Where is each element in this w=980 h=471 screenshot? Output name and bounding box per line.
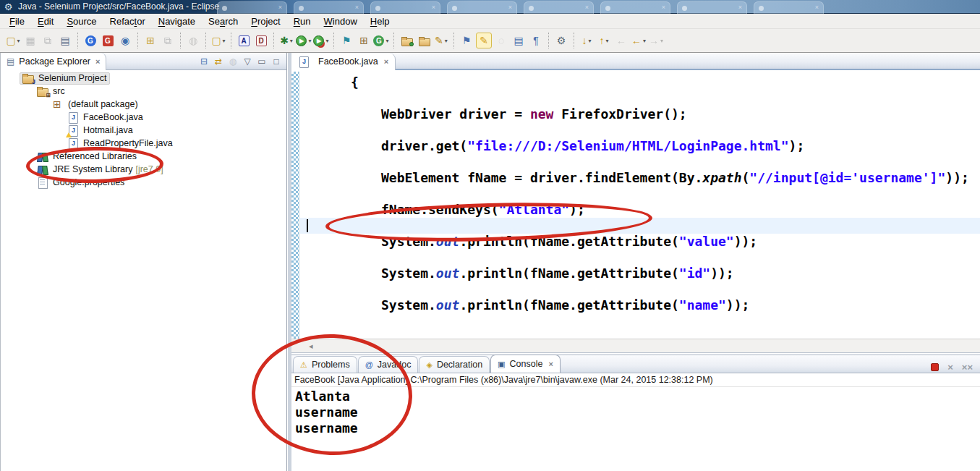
tree-item-google-properties[interactable]: Google.properties: [1, 176, 286, 189]
new-wizard-icon[interactable]: ▢▾: [5, 33, 21, 48]
annotation-a-button[interactable]: A: [239, 35, 250, 46]
open-resource-icon[interactable]: [416, 33, 432, 48]
chevron-down-icon[interactable]: ▾: [325, 38, 328, 44]
menu-item-help[interactable]: Help: [364, 14, 396, 28]
code-line[interactable]: System.out.println(fName.getAttribute("n…: [300, 297, 980, 313]
chevron-down-icon[interactable]: ▾: [660, 38, 663, 44]
code-line[interactable]: driver.get("file:///D:/Selenium/HTML/Log…: [300, 138, 980, 154]
chevron-down-icon[interactable]: ▾: [445, 38, 448, 44]
tab-console[interactable]: ▣Console×: [490, 355, 561, 373]
chevron-down-icon[interactable]: ▾: [290, 38, 293, 44]
tree-item-readpropertyfile-java[interactable]: ReadPropertyFile.java: [1, 137, 286, 150]
code-area[interactable]: {WebDriver driver = new FirefoxDriver();…: [300, 72, 980, 313]
google-red-plugin-button[interactable]: G: [103, 35, 114, 46]
menu-item-navigate[interactable]: Navigate: [152, 14, 202, 28]
menu-item-project[interactable]: Project: [244, 14, 286, 28]
code-line[interactable]: WebDriver driver = new FirefoxDriver();: [300, 106, 980, 122]
menu-item-edit[interactable]: Edit: [31, 14, 60, 28]
package-explorer-tab[interactable]: ▤ Package Explorer ×: [1, 53, 106, 70]
annotation-d-button[interactable]: D: [256, 35, 267, 46]
external-tools-button[interactable]: ▶: [313, 35, 324, 46]
google-plugin-button[interactable]: G: [85, 35, 96, 46]
code-line[interactable]: [300, 90, 980, 106]
new-class-button[interactable]: G: [373, 35, 384, 46]
chevron-down-icon[interactable]: ▾: [223, 38, 226, 44]
next-annotation-icon[interactable]: ↓▾: [579, 33, 595, 48]
mark-occurrences-icon[interactable]: ⚑: [459, 33, 474, 48]
minimize-icon[interactable]: ▭: [255, 55, 269, 68]
menu-item-file[interactable]: File: [3, 14, 31, 28]
close-icon[interactable]: ×: [384, 57, 388, 66]
google-red-plugin-icon[interactable]: G: [100, 33, 116, 48]
show-whitespace-icon[interactable]: ¶: [528, 33, 544, 48]
chevron-down-icon[interactable]: ▾: [308, 38, 311, 44]
code-line[interactable]: System.out.println(fName.getAttribute("i…: [300, 266, 980, 281]
menu-item-run[interactable]: Run: [287, 14, 318, 28]
new-package-icon[interactable]: ⊞: [356, 33, 372, 48]
remove-all-launches-icon[interactable]: ××: [962, 362, 973, 373]
tree-item-hotmail-java[interactable]: Hotmail.java: [1, 124, 286, 137]
menu-item-window[interactable]: Window: [318, 14, 364, 28]
tree-item-selenium-project[interactable]: JSelenium Project: [1, 72, 286, 85]
console-output[interactable]: Atlantausernameusername: [291, 387, 980, 436]
focus-icon[interactable]: ◍: [226, 55, 240, 68]
chevron-down-icon[interactable]: ▾: [588, 38, 591, 44]
code-line[interactable]: [300, 250, 980, 266]
tab-declaration[interactable]: ◈Declaration: [419, 356, 490, 373]
menu-item-search[interactable]: Search: [202, 14, 244, 28]
menu-item-refactor[interactable]: Refactor: [103, 14, 152, 28]
external-tools-icon[interactable]: ▶▾: [313, 33, 329, 48]
code-line[interactable]: [300, 154, 980, 170]
tree-item-src[interactable]: ⊞src: [1, 85, 286, 98]
code-line[interactable]: WebElement fName = driver.findElement(By…: [300, 170, 980, 186]
code-line[interactable]: [300, 281, 980, 297]
debug-icon[interactable]: ✱▾: [278, 33, 294, 48]
close-icon[interactable]: ×: [548, 360, 553, 368]
show-source-icon[interactable]: ▤: [511, 33, 527, 48]
chevron-down-icon[interactable]: ▾: [385, 38, 388, 44]
format-icon[interactable]: ✎▾: [433, 33, 449, 48]
run-button[interactable]: ▶: [296, 35, 307, 46]
code-line[interactable]: System.out.println(fName.getAttribute("v…: [300, 234, 980, 250]
annotation-a-icon[interactable]: A: [236, 33, 252, 48]
new-class-icon[interactable]: G▾: [373, 33, 389, 48]
build-automatically-icon[interactable]: ⚙: [553, 33, 569, 48]
print-icon[interactable]: ▤: [57, 33, 73, 48]
tree-item-facebook-java[interactable]: FaceBook.java: [1, 111, 286, 124]
tree-item--default-package-[interactable]: (default package): [1, 98, 286, 111]
open-wizard-icon[interactable]: ▢▾: [210, 33, 226, 48]
code-line[interactable]: fName.sendKeys("Atlanta");: [300, 202, 980, 218]
editor-tab-facebook-java[interactable]: FaceBook.java ×: [291, 53, 396, 70]
collapse-all-icon[interactable]: ⊟: [197, 55, 211, 68]
new-java-project-icon[interactable]: ⚑: [338, 33, 354, 48]
tab-javadoc[interactable]: @Javadoc: [358, 356, 419, 373]
highlighter-toggle-icon[interactable]: ✎: [476, 33, 492, 48]
back-icon[interactable]: ←▾: [631, 33, 647, 48]
previous-annotation-icon[interactable]: ↑▾: [596, 33, 612, 48]
chevron-down-icon[interactable]: ▾: [605, 38, 608, 44]
code-line[interactable]: {: [300, 75, 980, 90]
maximize-icon[interactable]: □: [269, 55, 284, 68]
current-line[interactable]: [300, 218, 980, 234]
open-resource-button[interactable]: [418, 36, 430, 46]
tree-item-referenced-libraries[interactable]: Referenced Libraries: [1, 150, 286, 163]
web-sphere-icon[interactable]: ◉: [117, 33, 133, 48]
chevron-down-icon[interactable]: ▾: [17, 38, 20, 44]
new-project-icon[interactable]: ⊞: [142, 33, 158, 48]
link-with-editor-icon[interactable]: ⇄: [211, 55, 226, 68]
horizontal-scrollbar[interactable]: ◂: [291, 339, 980, 353]
tree-item-jre-system-library[interactable]: JRE System Library[jre7.0]: [1, 163, 286, 176]
annotation-d-icon[interactable]: D: [253, 33, 269, 48]
run-icon[interactable]: ▶▾: [296, 33, 312, 48]
open-type-icon[interactable]: [399, 33, 414, 48]
tab-problems[interactable]: ⚠Problems: [293, 356, 357, 373]
code-line[interactable]: [300, 122, 980, 138]
scroll-left-arrow-icon[interactable]: ◂: [309, 341, 313, 351]
terminate-icon[interactable]: [931, 363, 939, 371]
view-menu-icon[interactable]: ▽: [240, 55, 255, 68]
close-icon[interactable]: ×: [95, 57, 100, 66]
remove-launch-icon[interactable]: ×: [947, 362, 953, 373]
code-line[interactable]: [300, 186, 980, 202]
menu-item-source[interactable]: Source: [60, 14, 103, 28]
code-editor[interactable]: {WebDriver driver = new FirefoxDriver();…: [291, 72, 980, 339]
